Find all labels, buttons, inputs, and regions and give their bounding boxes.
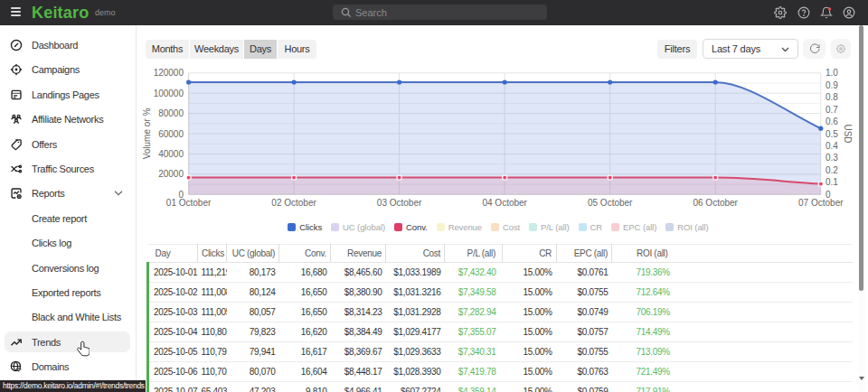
svg-text:04 October: 04 October [482,198,527,208]
svg-text:0.6: 0.6 [826,117,838,126]
svg-text:USD: USD [843,124,853,143]
svg-text:1.0: 1.0 [826,68,838,78]
svg-text:0.5: 0.5 [826,129,838,139]
svg-text:100000: 100000 [154,89,184,98]
svg-text:07 October: 07 October [798,198,844,208]
svg-text:80000: 80000 [158,108,184,118]
svg-text:03 October: 03 October [377,198,422,208]
svg-text:0.7: 0.7 [826,105,838,115]
svg-text:20000: 20000 [158,169,184,179]
svg-text:0.8: 0.8 [826,92,838,102]
svg-text:0.3: 0.3 [826,153,838,163]
svg-text:Volume or %: Volume or % [142,108,152,160]
svg-text:120000: 120000 [154,68,184,78]
svg-text:0.9: 0.9 [826,80,838,90]
svg-text:05 October: 05 October [588,198,633,208]
svg-text:0.1: 0.1 [826,177,838,187]
svg-text:06 October: 06 October [693,198,738,208]
svg-text:0.2: 0.2 [826,165,838,175]
svg-text:02 October: 02 October [271,198,316,208]
svg-text:60000: 60000 [158,129,184,139]
svg-text:01 October: 01 October [166,198,212,208]
svg-text:0.4: 0.4 [826,141,838,151]
svg-text:40000: 40000 [158,149,184,159]
